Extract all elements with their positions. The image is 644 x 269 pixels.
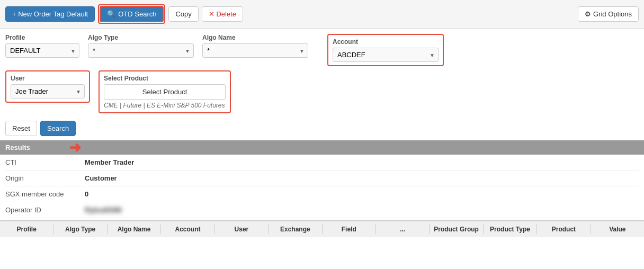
algo-name-select[interactable]: *	[202, 43, 308, 58]
copy-button[interactable]: Copy	[168, 6, 198, 22]
select-product-panel: Select Product Select Product CME | Futu…	[99, 70, 231, 113]
otd-search-wrapper: 🔍 OTD Search	[98, 4, 165, 24]
results-body: CTI Member Trader Origin Customer SGX me…	[0, 155, 644, 218]
search-button[interactable]: Search	[40, 121, 76, 136]
toolbar-left: + New Order Tag Default 🔍 OTD Search Cop…	[5, 4, 243, 24]
user-label: User	[11, 75, 85, 82]
algo-name-label: Algo Name	[202, 34, 308, 41]
form-row-2: User Joe Trader ▼ Select Product Select …	[5, 70, 639, 113]
account-label: Account	[333, 38, 439, 46]
results-header-label: Results	[5, 144, 30, 151]
reset-button[interactable]: Reset	[5, 121, 37, 136]
table-row: Operator ID Rybud0398	[5, 202, 639, 218]
col-field[interactable]: Field	[323, 225, 376, 234]
grid-options-wrapper: ⚙ Grid Options	[578, 6, 639, 22]
user-group: User Joe Trader ▼	[5, 70, 90, 103]
profile-group: Profile DEFAULT ▼	[5, 34, 79, 58]
algo-type-group: Algo Type * ▼	[88, 34, 194, 58]
col-algo-type[interactable]: Algo Type	[53, 225, 107, 234]
arrow-indicator-icon: ➜	[69, 140, 81, 155]
col-account[interactable]: Account	[161, 225, 214, 234]
table-row: CTI Member Trader	[5, 155, 639, 171]
algo-name-group: Algo Name * ▼	[202, 34, 308, 58]
grid-options-button[interactable]: ⚙ Grid Options	[578, 6, 639, 22]
col-user[interactable]: User	[215, 225, 269, 234]
form-row-1: Profile DEFAULT ▼ Algo Type * ▼ Algo Nam…	[5, 34, 639, 66]
profile-label: Profile	[5, 34, 79, 41]
col-product-type[interactable]: Product Type	[484, 225, 537, 234]
col-ellipsis: ...	[376, 225, 430, 234]
profile-select[interactable]: DEFAULT	[5, 43, 79, 58]
algo-type-select[interactable]: *	[88, 43, 194, 58]
algo-name-select-wrapper: * ▼	[202, 43, 308, 58]
col-product-group[interactable]: Product Group	[430, 225, 483, 234]
col-product[interactable]: Product	[537, 225, 591, 234]
account-select[interactable]: ABCDEF	[333, 48, 439, 62]
account-group: Account ABCDEF ▼	[327, 34, 444, 66]
toolbar: + New Order Tag Default 🔍 OTD Search Cop…	[0, 0, 644, 29]
otd-search-button[interactable]: 🔍 OTD Search	[100, 6, 164, 22]
action-row: Reset Search	[0, 121, 644, 140]
algo-type-label: Algo Type	[88, 34, 194, 41]
user-select-wrapper: Joe Trader ▼	[11, 84, 85, 98]
select-product-button[interactable]: Select Product	[104, 84, 226, 100]
algo-type-select-wrapper: * ▼	[88, 43, 194, 58]
table-row: Origin Customer	[5, 171, 639, 186]
search-icon: 🔍	[107, 10, 115, 18]
product-subtitle: CME | Future | ES E-Mini S&P 500 Futures	[104, 102, 226, 109]
results-header: Results ➜	[0, 140, 644, 155]
col-exchange[interactable]: Exchange	[269, 225, 322, 234]
delete-button[interactable]: ✕ Delete	[202, 6, 243, 22]
profile-select-wrapper: DEFAULT ▼	[5, 43, 79, 58]
new-order-button[interactable]: + New Order Tag Default	[5, 6, 95, 22]
col-algo-name[interactable]: Algo Name	[108, 225, 161, 234]
select-product-label: Select Product	[104, 75, 226, 82]
table-footer: Profile Algo Type Algo Name Account User…	[0, 220, 644, 237]
table-row: SGX member code 0	[5, 186, 639, 202]
account-select-wrapper: ABCDEF ▼	[333, 48, 439, 62]
col-value[interactable]: Value	[591, 225, 644, 234]
form-area: Profile DEFAULT ▼ Algo Type * ▼ Algo Nam…	[0, 29, 644, 121]
col-profile[interactable]: Profile	[0, 225, 53, 234]
user-select[interactable]: Joe Trader	[11, 84, 85, 98]
